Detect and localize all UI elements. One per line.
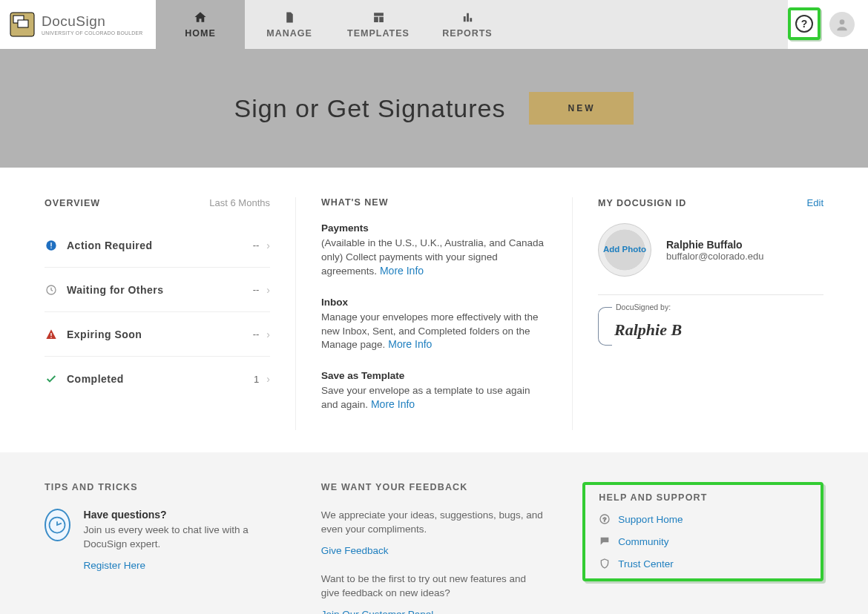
edit-profile-link[interactable]: Edit (807, 197, 823, 208)
overview-row-label: Action Required (67, 240, 253, 251)
help-icon: ? (795, 15, 813, 33)
nav-label: TEMPLATES (347, 28, 410, 39)
overview-title: OVERVIEW (45, 198, 100, 208)
add-photo-button[interactable]: Add Photo (598, 223, 651, 277)
overview-panel: OVERVIEW Last 6 Months Action Required -… (45, 197, 295, 430)
chevron-right-icon: › (266, 240, 270, 251)
profile-name: Ralphie Buffalo (666, 239, 764, 251)
hero-bar: Sign or Get Signatures NEW (0, 49, 868, 168)
nav-spacer (512, 0, 788, 49)
warning-icon (45, 328, 58, 341)
whats-new-item: Inbox Manage your envelopes more effecti… (321, 297, 547, 353)
profile-email: buffalor@colorado.edu (666, 251, 764, 262)
give-feedback-link[interactable]: Give Feedback (321, 545, 389, 556)
overview-row-label: Waiting for Others (67, 284, 253, 296)
chart-icon (461, 11, 474, 24)
help-link-support-home[interactable]: ? Support Home (599, 513, 803, 525)
add-photo-label: Add Photo (603, 245, 646, 255)
id-panel: MY DOCUSIGN ID Edit Add Photo Ralphie Bu… (572, 197, 823, 430)
whats-new-heading: Inbox (321, 297, 547, 308)
main-content: OVERVIEW Last 6 Months Action Required -… (0, 168, 868, 452)
nav-tab-templates[interactable]: TEMPLATES (334, 0, 423, 49)
feedback-text: We appreciate your ideas, suggestions, b… (321, 509, 548, 537)
new-envelope-button[interactable]: NEW (529, 92, 634, 125)
nav-tab-reports[interactable]: REPORTS (423, 0, 512, 49)
home-icon (194, 10, 207, 24)
whats-new-heading: Payments (321, 222, 547, 234)
nav-label: REPORTS (442, 28, 492, 39)
svg-rect-5 (50, 242, 51, 246)
check-icon (45, 372, 58, 386)
id-title: MY DOCUSIGN ID (598, 198, 686, 208)
whats-new-text: Save your envelope as a template to use … (321, 385, 530, 410)
join-panel-link[interactable]: Join Our Customer Panel (321, 609, 434, 614)
whats-new-item: Save as Template Save your envelope as a… (321, 370, 547, 412)
overview-row-completed[interactable]: Completed 1 › (45, 357, 270, 401)
help-circle-icon: ? (599, 513, 611, 525)
whats-new-panel: WHAT'S NEW Payments (Available in the U.… (295, 197, 572, 430)
template-icon (372, 11, 385, 24)
svg-point-3 (840, 19, 845, 24)
overview-row-count: -- (253, 329, 260, 340)
tips-panel: TIPS AND TRICKS Have questions? Join us … (45, 482, 296, 614)
svg-rect-2 (18, 20, 28, 27)
overview-row-label: Expiring Soon (67, 329, 253, 340)
profile-row: Add Photo Ralphie Buffalo buffalor@color… (598, 223, 823, 277)
feedback-title: WE WANT YOUR FEEDBACK (321, 482, 548, 492)
overview-row-count: -- (253, 284, 260, 295)
person-icon (835, 17, 849, 32)
tips-text: Join us every week to chat live with a D… (84, 524, 271, 552)
nav-tab-home[interactable]: HOME (156, 0, 245, 49)
more-info-link[interactable]: More Info (380, 265, 424, 277)
nav-tab-manage[interactable]: MANAGE (245, 0, 334, 49)
overview-row-action-required[interactable]: Action Required -- › (45, 223, 270, 268)
footer: TIPS AND TRICKS Have questions? Join us … (0, 452, 868, 614)
whats-new-heading: Save as Template (321, 370, 547, 381)
nav-label: MANAGE (266, 28, 312, 39)
brand-logo[interactable]: DocuSign UNIVERSITY OF COLORADO BOULDER (0, 0, 156, 49)
svg-rect-9 (50, 337, 51, 337)
app-header: DocuSign UNIVERSITY OF COLORADO BOULDER … (0, 0, 868, 49)
help-link-trust-center[interactable]: Trust Center (599, 558, 803, 570)
clock-icon (45, 283, 58, 297)
svg-rect-6 (50, 247, 51, 248)
signature-block: DocuSigned by: Ralphie B (598, 294, 823, 346)
nav-label: HOME (185, 28, 216, 39)
brand-org-line: UNIVERSITY OF COLORADO BOULDER (42, 30, 143, 36)
chevron-right-icon: › (266, 373, 270, 385)
feedback-text2: Want to be the first to try out new feat… (321, 572, 548, 601)
shield-icon (599, 558, 611, 570)
overview-row-label: Completed (67, 373, 254, 385)
cu-logo-icon (9, 11, 36, 38)
signature-preview: Ralphie B (614, 320, 682, 339)
feedback-panel: WE WANT YOUR FEEDBACK We appreciate your… (296, 482, 573, 614)
register-link[interactable]: Register Here (84, 560, 145, 571)
svg-text:?: ? (603, 516, 607, 523)
chevron-right-icon: › (266, 329, 270, 340)
tips-heading: Have questions? (84, 509, 271, 521)
tips-title: TIPS AND TRICKS (45, 482, 271, 492)
svg-rect-8 (50, 333, 51, 336)
hero-title: Sign or Get Signatures (234, 94, 506, 123)
whats-new-title: WHAT'S NEW (321, 197, 389, 208)
more-info-link[interactable]: More Info (371, 398, 415, 410)
chat-icon (599, 535, 611, 547)
profile-menu-avatar[interactable] (829, 12, 855, 37)
clock-decorative-icon (45, 509, 70, 541)
overview-row-expiring[interactable]: Expiring Soon -- › (45, 312, 270, 357)
overview-range: Last 6 Months (209, 197, 270, 208)
help-link-label: Trust Center (618, 558, 674, 570)
overview-row-count: -- (253, 240, 260, 251)
help-title: HELP AND SUPPORT (599, 492, 803, 503)
signed-by-label: DocuSigned by: (614, 303, 672, 311)
whats-new-text: (Available in the U.S., U.K., Australia,… (321, 237, 544, 277)
brand-app-name: DocuSign (42, 13, 143, 30)
help-link-community[interactable]: Community (599, 535, 803, 547)
file-icon (283, 11, 296, 24)
overview-row-waiting[interactable]: Waiting for Others -- › (45, 268, 270, 312)
overview-row-count: 1 (254, 374, 259, 385)
help-button-highlighted[interactable]: ? (788, 7, 821, 40)
alert-icon (45, 239, 58, 252)
more-info-link[interactable]: More Info (388, 338, 432, 350)
whats-new-item: Payments (Available in the U.S., U.K., A… (321, 222, 547, 279)
